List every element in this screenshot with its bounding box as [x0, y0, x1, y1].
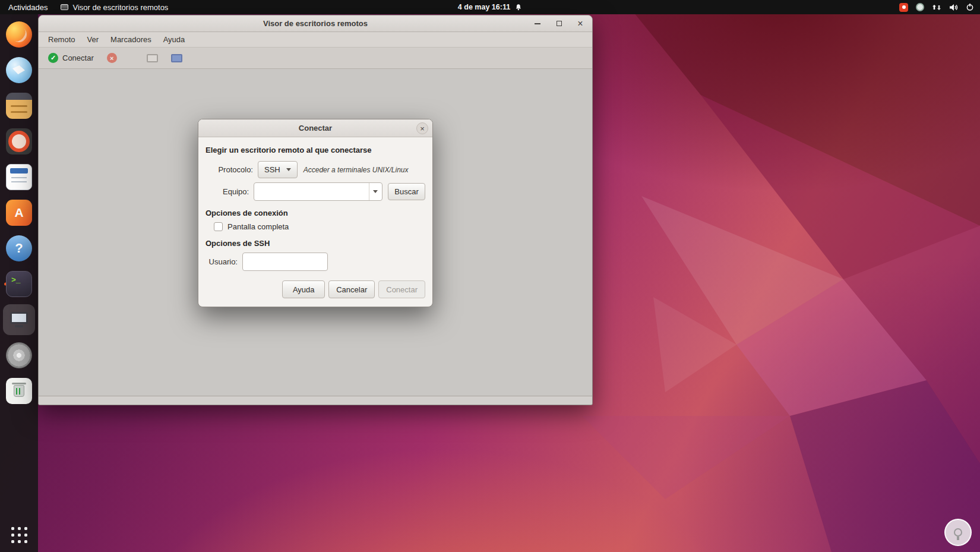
dock-item-rhythmbox[interactable]: [3, 126, 35, 157]
cancel-button[interactable]: Cancelar: [328, 280, 375, 298]
status-bar: [39, 396, 592, 405]
menu-marcadores[interactable]: Marcadores: [105, 33, 157, 46]
dock-item-disks[interactable]: [3, 340, 35, 371]
protocol-value: SSH: [264, 165, 280, 174]
help-button[interactable]: Ayuda: [282, 280, 325, 298]
top-bar: Actividades Visor de escritorios remotos…: [0, 0, 980, 14]
dock: A ? >_: [0, 14, 38, 552]
fullscreen-icon: [171, 54, 182, 62]
power-icon: [966, 3, 974, 11]
dock-item-libreoffice-writer[interactable]: [3, 162, 35, 193]
notification-bell-icon: [515, 4, 522, 11]
terminal-icon: >_: [6, 271, 32, 297]
app-window-icon: [61, 4, 68, 10]
dock-item-terminal[interactable]: >_: [3, 269, 35, 299]
connect-toolbutton-label: Conectar: [62, 53, 94, 62]
menu-remoto[interactable]: Remoto: [42, 33, 81, 46]
connect-check-icon: ✓: [48, 53, 58, 63]
menu-ver[interactable]: Ver: [81, 33, 105, 46]
dialog-close-icon: ×: [420, 125, 425, 133]
files-icon: [6, 93, 32, 119]
menu-ayuda[interactable]: Ayuda: [157, 33, 191, 46]
focused-app-label: Visor de escritorios remotos: [72, 3, 168, 12]
dialog-title: Conectar: [198, 124, 432, 133]
take-screenshot-icon: [147, 54, 158, 62]
menu-bar: Remoto Ver Marcadores Ayuda: [39, 32, 592, 48]
activities-button[interactable]: Actividades: [8, 3, 48, 12]
monitor-glyph: [10, 312, 28, 324]
connect-dialog: Conectar × Elegir un escritorio remoto a…: [198, 119, 433, 307]
help-icon: ?: [6, 235, 32, 261]
clock-menu[interactable]: 4 de may 16:11: [458, 0, 522, 14]
dock-item-thunderbird[interactable]: [3, 55, 35, 86]
system-tray[interactable]: [899, 0, 974, 14]
dock-item-trash[interactable]: [3, 376, 35, 406]
maximize-button[interactable]: [553, 18, 565, 30]
chevron-down-icon: [373, 190, 378, 193]
firefox-icon: [6, 21, 32, 48]
remote-desktop-viewer-icon: [6, 307, 32, 333]
fullscreen-label[interactable]: Pantalla completa: [227, 222, 289, 231]
trash-icon: [6, 378, 32, 404]
disconnect-toolbutton[interactable]: ×: [103, 51, 121, 65]
dock-item-ubuntu-software[interactable]: A: [3, 197, 35, 228]
desktop: Actividades Visor de escritorios remotos…: [0, 0, 980, 552]
connect-button[interactable]: Conectar: [378, 280, 425, 298]
window-titlebar[interactable]: Visor de escritorios remotos ×: [39, 15, 592, 32]
username-label: Usuario:: [206, 257, 238, 266]
screenshot-toolbutton[interactable]: [143, 52, 162, 65]
fullscreen-toolbutton[interactable]: [167, 52, 186, 65]
username-entry[interactable]: [242, 253, 328, 271]
find-button[interactable]: Buscar: [388, 183, 425, 200]
lightbulb-icon: [954, 528, 962, 537]
connect-toolbutton[interactable]: ✓ Conectar: [45, 51, 97, 65]
connection-options-heading: Opciones de conexión: [206, 209, 425, 217]
dialog-body: Elegir un escritorio remoto al que conec…: [198, 137, 432, 307]
dock-item-files[interactable]: [3, 90, 35, 121]
maximize-icon: [557, 21, 562, 26]
protocol-label: Protocolo:: [206, 165, 253, 174]
volume-icon: [949, 4, 958, 11]
dialog-actions: Ayuda Cancelar Conectar: [206, 280, 425, 298]
monitor-stand-glyph: [15, 325, 23, 327]
network-icon: [932, 4, 941, 11]
thunderbird-icon: [6, 57, 32, 83]
fullscreen-checkbox[interactable]: [214, 222, 223, 231]
dock-item-firefox[interactable]: [3, 19, 35, 50]
disconnect-x-icon: ×: [107, 53, 117, 63]
window-title: Visor de escritorios remotos: [39, 19, 592, 28]
minimize-icon: [535, 23, 540, 24]
show-applications-button[interactable]: [10, 525, 29, 545]
dialog-heading: Elegir un escritorio remoto al que conec…: [206, 146, 425, 154]
dialog-titlebar[interactable]: Conectar ×: [198, 119, 432, 137]
ubuntu-software-icon: A: [6, 200, 32, 226]
clock-label: 4 de may 16:11: [458, 3, 510, 11]
toolbar: ✓ Conectar ×: [39, 48, 592, 69]
minimize-button[interactable]: [532, 18, 543, 30]
focused-app-indicator[interactable]: Visor de escritorios remotos: [61, 3, 168, 12]
protocol-row: Protocolo: SSH Acceder a terminales UNIX…: [206, 161, 425, 178]
trash-bin-glyph: [14, 385, 24, 397]
host-row: Equipo: Buscar: [206, 182, 425, 201]
app-indicator-icon: [916, 3, 924, 11]
disks-icon: [6, 342, 32, 368]
username-row: Usuario:: [206, 253, 425, 271]
protocol-hint: Acceder a terminales UNIX/Linux: [304, 166, 409, 174]
host-dropdown-arrow[interactable]: [369, 183, 382, 200]
host-combobox: [254, 182, 382, 201]
dock-item-remote-desktop-viewer[interactable]: [3, 304, 35, 335]
libreoffice-writer-icon: [6, 164, 32, 190]
dialog-close-button[interactable]: ×: [416, 122, 428, 134]
close-button[interactable]: ×: [574, 18, 586, 30]
host-label: Equipo:: [206, 187, 249, 196]
window-controls: ×: [532, 18, 586, 30]
host-entry[interactable]: [254, 182, 382, 201]
close-icon: ×: [577, 19, 583, 29]
hint-bubble: [944, 519, 972, 546]
ssh-options-heading: Opciones de SSH: [206, 239, 425, 248]
protocol-dropdown[interactable]: SSH: [258, 161, 298, 178]
rhythmbox-icon: [6, 128, 32, 154]
chevron-down-icon: [286, 168, 291, 171]
dock-item-help[interactable]: ?: [3, 233, 35, 264]
screen-record-indicator-icon: [899, 3, 908, 12]
